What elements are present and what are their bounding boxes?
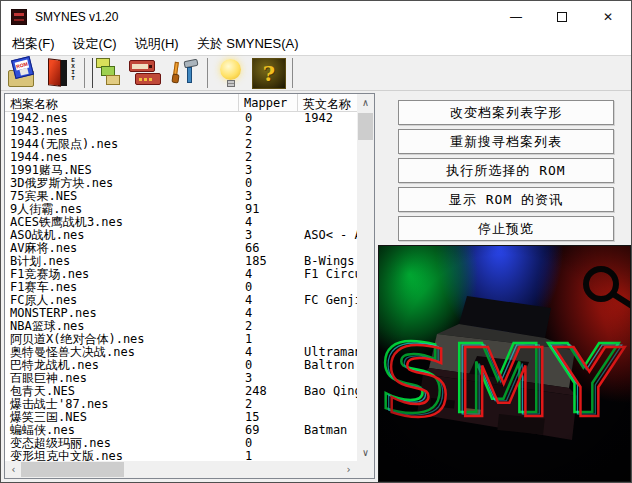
open-rom-button[interactable]: ROM	[4, 57, 42, 90]
minimize-button[interactable]: —	[493, 1, 539, 32]
table-row[interactable]: 1943.nes2	[5, 125, 357, 138]
action-button-1[interactable]: 重新搜寻档案列表	[398, 129, 614, 154]
column-header-mapper[interactable]: Mapper	[239, 94, 298, 111]
table-row[interactable]: 巴特龙战机.nes0Baltron	[5, 359, 357, 372]
table-row[interactable]: 1944(无限点).nes2	[5, 138, 357, 151]
horizontal-scrollbar[interactable]: ‹ ›	[5, 461, 357, 478]
menu-item-0[interactable]: 档案(F)	[3, 32, 64, 55]
table-row[interactable]: 奥特曼怪兽大决战.nes4Ultraman	[5, 346, 357, 359]
cell-name: ASO战机.nes	[5, 229, 239, 242]
maximize-icon	[557, 12, 567, 22]
cell-name: F1竞赛场.nes	[5, 268, 239, 281]
exit-button[interactable]: E X I T	[42, 57, 80, 90]
cell-eng	[298, 242, 357, 255]
table-row[interactable]: ASO战机.nes3ASO< - Ar	[5, 229, 357, 242]
cell-eng	[298, 190, 357, 203]
table-row[interactable]: F1竞赛场.nes4F1 Circus	[5, 268, 357, 281]
about-button[interactable]: ?	[250, 57, 288, 90]
table-row[interactable]: 1942.nes01942	[5, 112, 357, 125]
table-row[interactable]: 3D俄罗斯方块.nes0	[5, 177, 357, 190]
cell-eng	[298, 164, 357, 177]
table-row[interactable]: 75宾果.NES3	[5, 190, 357, 203]
table-row[interactable]: FC原人.nes4FC Genjin	[5, 294, 357, 307]
menubar: 档案(F)设定(C)说明(H)关於 SMYNES(A)	[1, 32, 631, 56]
table-row[interactable]: 1944.nes2	[5, 151, 357, 164]
cell-name: NBA篮球.nes	[5, 320, 239, 333]
table-row[interactable]: 包青天.NES248Bao Qing	[5, 385, 357, 398]
table-row[interactable]: 百眼巨神.nes3	[5, 372, 357, 385]
rom-floppy-icon: ROM	[7, 58, 39, 88]
table-row[interactable]: F1赛车.nes0	[5, 281, 357, 294]
cell-map: 1	[239, 450, 298, 461]
scroll-left-icon[interactable]: ‹	[5, 461, 22, 478]
cell-eng	[298, 125, 357, 138]
cell-name: 变态超级玛丽.nes	[5, 437, 239, 450]
scroll-down-icon[interactable]: ∨	[357, 444, 374, 461]
cell-eng	[298, 372, 357, 385]
table-row[interactable]: 变态超级玛丽.nes0	[5, 437, 357, 450]
cell-eng: Baltron	[298, 359, 357, 372]
cell-eng	[298, 450, 357, 461]
cell-eng	[298, 411, 357, 424]
cell-eng: B-Wings	[298, 255, 357, 268]
table-row[interactable]: NBA篮球.nes2	[5, 320, 357, 333]
scroll-up-icon[interactable]: ∧	[357, 94, 374, 111]
table-row[interactable]: AV麻将.nes66	[5, 242, 357, 255]
action-button-3[interactable]: 显示 ROM 的资讯	[398, 187, 614, 212]
list-header: 档案名称 Mapper 英文名称	[5, 94, 357, 112]
settings-button[interactable]	[165, 57, 203, 90]
table-row[interactable]: B计划.nes185B-Wings	[5, 255, 357, 268]
scrollbar-corner	[357, 461, 374, 478]
rom-preview-image: SMY SMY SMY	[378, 245, 631, 482]
column-header-filename[interactable]: 档案名称	[5, 94, 239, 111]
horizontal-scroll-thumb[interactable]	[21, 462, 124, 477]
cell-name: F1赛车.nes	[5, 281, 239, 294]
cell-name: 75宾果.NES	[5, 190, 239, 203]
cell-eng: F1 Circus	[298, 268, 357, 281]
cell-name: 巴特龙战机.nes	[5, 359, 239, 372]
cell-eng	[298, 203, 357, 216]
action-button-2[interactable]: 执行所选择的 ROM	[398, 158, 614, 183]
toolbar-separator	[84, 58, 85, 88]
cell-name: 爆笑三国.NES	[5, 411, 239, 424]
preview-toggle-button[interactable]	[212, 57, 250, 90]
maximize-button[interactable]	[539, 1, 585, 32]
cell-name: 1943.nes	[5, 125, 239, 138]
run-console-button[interactable]	[127, 57, 165, 90]
menu-item-1[interactable]: 设定(C)	[64, 32, 126, 55]
close-button[interactable]: ✕	[585, 1, 631, 32]
menu-item-3[interactable]: 关於 SMYNES(A)	[188, 32, 308, 55]
cell-eng	[298, 437, 357, 450]
menu-item-2[interactable]: 说明(H)	[126, 32, 188, 55]
cell-name: 爆击战士'87.nes	[5, 398, 239, 411]
table-row[interactable]: MONSTERP.nes4	[5, 307, 357, 320]
cell-eng: Bao Qing	[298, 385, 357, 398]
cell-name: B计划.nes	[5, 255, 239, 268]
table-row[interactable]: 蝙蝠侠.nes69Batman	[5, 424, 357, 437]
cell-name: 1944.nes	[5, 151, 239, 164]
table-row[interactable]: 爆击战士'87.nes2	[5, 398, 357, 411]
cell-eng	[298, 320, 357, 333]
toolbar: ROM E X I T	[1, 56, 631, 91]
cell-eng	[298, 333, 357, 346]
table-row[interactable]: 爆笑三国.NES15	[5, 411, 357, 424]
column-header-english[interactable]: 英文名称	[298, 94, 357, 111]
table-row[interactable]: 变形坦克中文版.nes1	[5, 450, 357, 461]
cell-name: 奥特曼怪兽大决战.nes	[5, 346, 239, 359]
table-row[interactable]: 阿贝道X(绝对合体).nes1	[5, 333, 357, 346]
table-row[interactable]: ACES铁鹰战机3.nes4	[5, 216, 357, 229]
action-button-0[interactable]: 改变档案列表字形	[398, 100, 614, 125]
table-row[interactable]: 9人街霸.nes91	[5, 203, 357, 216]
vertical-scrollbar[interactable]: ∧ ∨	[357, 94, 374, 461]
cell-name: 包青天.NES	[5, 385, 239, 398]
file-list-rows: 1942.nes019421943.nes21944(无限点).nes21944…	[5, 112, 357, 461]
cell-eng	[298, 398, 357, 411]
folder-tree-icon	[92, 58, 124, 88]
scroll-right-icon[interactable]: ›	[340, 461, 357, 478]
browse-folders-button[interactable]	[89, 57, 127, 90]
table-row[interactable]: 1991赌马.NES3	[5, 164, 357, 177]
cell-eng	[298, 307, 357, 320]
exit-door-icon: E X I T	[45, 58, 77, 88]
vertical-scroll-thumb[interactable]	[358, 113, 373, 140]
action-button-4[interactable]: 停止预览	[398, 216, 614, 241]
